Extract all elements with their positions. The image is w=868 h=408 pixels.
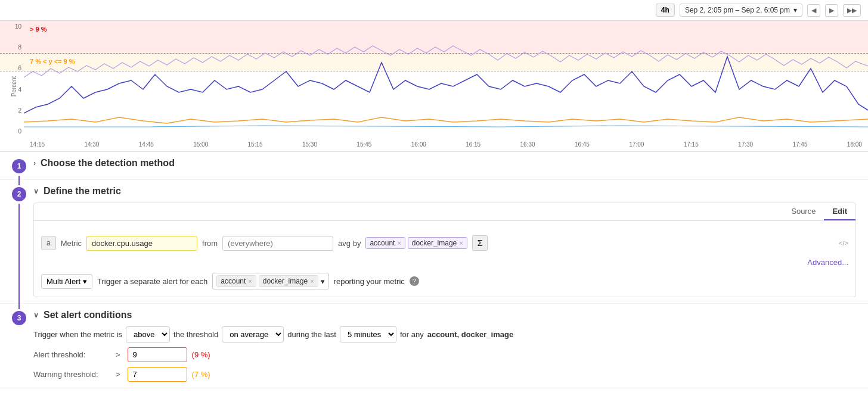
step-2-chevron: ∨ xyxy=(33,187,39,195)
alert-threshold-row: Alert threshold: > (9 %) xyxy=(33,347,856,362)
nav-prev-button[interactable]: ◀ xyxy=(807,4,820,17)
avg-by-tags: account × docker_image × xyxy=(365,237,467,249)
multi-tag-docker-image-remove[interactable]: × xyxy=(310,278,314,285)
sigma-button[interactable]: Σ xyxy=(472,235,488,251)
trigger-text: Trigger a separate alert for each xyxy=(97,277,207,286)
from-input[interactable] xyxy=(222,236,333,251)
avg-by-label: avg by xyxy=(338,239,361,248)
during-label: during the last xyxy=(287,330,336,339)
query-row-container: a Metric from avg by account × d xyxy=(34,228,855,292)
above-select[interactable]: above xyxy=(126,326,170,342)
multi-alert-tags: account × docker_image × ▾ xyxy=(212,273,328,289)
step-1-number: 1 xyxy=(12,159,26,173)
step-3-chevron: ∨ xyxy=(33,311,39,319)
from-label: from xyxy=(202,239,218,248)
step-1-row: 1 › Choose the detection method xyxy=(0,152,868,180)
multi-alert-row: Multi Alert ▾ Trigger a separate alert f… xyxy=(41,273,848,289)
avg-select[interactable]: on average xyxy=(222,326,284,342)
tag-account: account × xyxy=(365,237,405,249)
y-label-2: 2 xyxy=(18,107,21,114)
time-range-text: Sep 2, 2:05 pm – Sep 2, 6:05 pm xyxy=(685,6,790,14)
dims-label: account, docker_image xyxy=(427,330,514,339)
chevron-down-icon-tags[interactable]: ▾ xyxy=(321,277,325,286)
warning-threshold-op: > xyxy=(116,370,120,379)
query-badge: a xyxy=(41,236,56,250)
step-2-line xyxy=(18,204,20,309)
chart-x-axis: 14:15 14:30 14:45 15:00 15:15 15:30 15:4… xyxy=(24,137,868,151)
metric-label: Metric xyxy=(61,239,82,248)
time-preset-button[interactable]: 4h xyxy=(656,4,675,17)
step-2-title[interactable]: ∨ Define the metric xyxy=(33,186,856,197)
y-label-10: 10 xyxy=(15,23,21,30)
nav-end-button[interactable]: ▶▶ xyxy=(843,4,861,17)
top-bar: 4h Sep 2, 2:05 pm – Sep 2, 6:05 pm ▾ ◀ ▶… xyxy=(0,0,868,21)
step-2-row: 2 ∨ Define the metric Source Edit a Metr… xyxy=(0,180,868,304)
metric-tabs: Source Edit xyxy=(34,203,855,221)
step-3-number: 3 xyxy=(12,311,26,325)
steps-container: 1 › Choose the detection method 2 ∨ Defi… xyxy=(0,152,868,388)
y-label-6: 6 xyxy=(18,65,21,71)
reporting-text: reporting your metric xyxy=(334,277,405,286)
step-1-content: › Choose the detection method xyxy=(33,158,856,169)
y-label-8: 8 xyxy=(18,44,21,51)
help-icon[interactable]: ? xyxy=(410,276,419,286)
multi-tag-account: account × xyxy=(216,275,256,287)
tag-docker-image: docker_image × xyxy=(408,237,467,249)
step-3-row: 3 ∨ Set alert conditions Trigger when th… xyxy=(0,304,868,388)
step-1-chevron: › xyxy=(33,159,36,167)
step-2-content: ∨ Define the metric Source Edit a Metric… xyxy=(33,186,856,297)
trigger-label: Trigger when the metric is xyxy=(33,330,122,339)
threshold-label-inline: the threshold xyxy=(173,330,218,339)
y-label-4: 4 xyxy=(18,86,21,93)
tab-source[interactable]: Source xyxy=(783,203,824,220)
for-any-label: for any xyxy=(400,330,424,339)
expand-icon[interactable]: </> xyxy=(839,239,848,247)
warning-threshold-row: Warning threshold: > (7 %) xyxy=(33,367,856,382)
chart-svg xyxy=(24,21,868,138)
y-label-0: 0 xyxy=(18,128,21,135)
time-range-selector[interactable]: Sep 2, 2:05 pm – Sep 2, 6:05 pm ▾ xyxy=(680,4,802,17)
query-row: a Metric from avg by account × d xyxy=(41,231,848,256)
step-3-body: Trigger when the metric is above the thr… xyxy=(33,326,856,382)
duration-select[interactable]: 5 minutes xyxy=(340,326,396,342)
chevron-down-icon-multi: ▾ xyxy=(83,277,87,286)
chevron-down-icon: ▾ xyxy=(793,6,797,14)
chart-area: 10 8 6 4 2 0 > 9 % 7 % < y <= 9 % 14:15 … xyxy=(0,21,868,152)
alert-threshold-op: > xyxy=(116,350,120,359)
advanced-link[interactable]: Advanced... xyxy=(41,258,848,267)
warning-threshold-input[interactable] xyxy=(128,367,187,382)
step-3-title[interactable]: ∨ Set alert conditions xyxy=(33,310,856,320)
alert-threshold-pct: (9 %) xyxy=(192,350,210,359)
y-axis-label: Percent xyxy=(11,76,17,96)
multi-tag-docker-image: docker_image × xyxy=(259,275,318,287)
tag-account-remove[interactable]: × xyxy=(397,239,401,247)
nav-next-button[interactable]: ▶ xyxy=(825,4,838,17)
alert-threshold-input[interactable] xyxy=(128,347,187,362)
multi-alert-select[interactable]: Multi Alert ▾ xyxy=(41,274,92,289)
metric-input[interactable] xyxy=(86,236,197,251)
warning-threshold-label: Warning threshold: xyxy=(33,370,111,379)
conditions-row: Trigger when the metric is above the thr… xyxy=(33,326,856,342)
alert-threshold-label: Alert threshold: xyxy=(33,350,111,359)
step-3-content: ∨ Set alert conditions Trigger when the … xyxy=(33,310,856,382)
step-1-title[interactable]: › Choose the detection method xyxy=(33,158,856,169)
warning-threshold-pct: (7 %) xyxy=(192,370,210,379)
step-2-number: 2 xyxy=(12,187,26,201)
step-2-body: Source Edit a Metric from avg by xyxy=(33,203,856,297)
tab-edit[interactable]: Edit xyxy=(824,203,855,220)
tag-docker-image-remove[interactable]: × xyxy=(459,239,463,247)
multi-tag-account-remove[interactable]: × xyxy=(248,278,252,285)
